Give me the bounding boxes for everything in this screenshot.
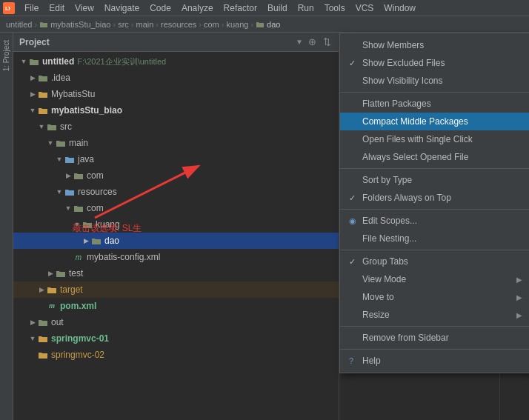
ctx-file-nesting[interactable]: File Nesting... — [340, 230, 529, 247]
ctx-resize[interactable]: Resize ▶ — [340, 306, 529, 324]
ctx-check-show-excluded: ✓ — [349, 59, 359, 68]
file-icon-mybatis-config: m — [73, 251, 84, 263]
menu-bar: IJ File Edit View Navigate Code Analyze … — [0, 0, 529, 16]
tree-arrow-mybatis-config — [64, 253, 73, 261]
tree-item-pom[interactable]: m pom.xml — [13, 298, 339, 314]
tree-item-java[interactable]: ▼ java — [13, 151, 339, 167]
project-tab[interactable]: 1: Project — [1, 36, 12, 76]
tree-item-out[interactable]: ▶ out — [13, 314, 339, 330]
ctx-remove-sidebar[interactable]: Remove from Sidebar — [340, 329, 529, 347]
menu-tools[interactable]: Tools — [319, 1, 350, 15]
ctx-compact-middle[interactable]: Compact Middle Packages — [340, 113, 529, 130]
tree-label-kuang: kuang — [96, 219, 120, 230]
ctx-check-folders-top: ✓ — [349, 193, 359, 203]
tree-item-mybatisstu-biao[interactable]: ▼ mybatisStu_biao — [13, 102, 339, 119]
tree-item-idea[interactable]: ▶ .idea — [13, 70, 339, 86]
ctx-sort-type[interactable]: Sort by Type — [340, 171, 529, 189]
folder-icon-mybatisstu — [37, 88, 49, 100]
ctx-sep-1 — [340, 92, 529, 93]
right-panel: Show Members ✓ Show Excluded Files Show … — [339, 33, 529, 420]
breadcrumb-untitled[interactable]: untitled — [6, 20, 32, 29]
menu-analyze[interactable]: Analyze — [176, 1, 219, 15]
tree-item-springmvc02[interactable]: springmvc-02 — [13, 347, 339, 363]
tree-item-main[interactable]: ▼ main — [13, 135, 339, 151]
ctx-help[interactable]: ? Help — [340, 352, 529, 370]
menu-view[interactable]: View — [70, 1, 99, 15]
menu-vcs[interactable]: VCS — [350, 1, 379, 15]
breadcrumb-sep-7: › — [250, 20, 253, 29]
ctx-always-select[interactable]: Always Select Opened File — [340, 148, 529, 166]
folder-icon-com-resources — [73, 202, 84, 214]
tree-item-untitled[interactable]: ▼ untitled F:\2021企业实训\untitled — [13, 53, 339, 70]
tree-item-com-resources[interactable]: ▼ com — [13, 200, 339, 216]
tree-item-test[interactable]: ▶ test — [13, 265, 339, 281]
breadcrumb-com[interactable]: com — [204, 20, 219, 29]
ctx-sep-2 — [340, 168, 529, 169]
tree-arrow-com-resources: ▼ — [64, 204, 73, 213]
ctx-arrow-resize: ▶ — [516, 311, 522, 319]
menu-code[interactable]: Code — [144, 1, 176, 15]
ctx-flatten-packages[interactable]: Flatten Packages — [340, 95, 529, 113]
tree-item-mybatis-config[interactable]: m mybatis-config.xml — [13, 249, 339, 265]
ctx-edit-scopes[interactable]: ◉ Edit Scopes... — [340, 212, 529, 230]
ctx-open-single-click[interactable]: Open Files with Single Click — [340, 130, 529, 148]
ctx-show-members[interactable]: Show Members — [340, 36, 529, 54]
breadcrumb-main[interactable]: main — [136, 20, 154, 29]
tree-item-springmvc01[interactable]: ▼ springmvc-01 — [13, 330, 339, 347]
tree-label-idea: .idea — [51, 73, 70, 83]
tree-item-target[interactable]: ▶ target — [13, 281, 339, 298]
breadcrumb-dao[interactable]: dao — [267, 20, 280, 29]
menu-window[interactable]: Window — [379, 1, 421, 15]
folder-icon-target — [46, 284, 58, 296]
breadcrumb-sep-6: › — [222, 20, 224, 29]
tree-label-untitled: untitled — [42, 56, 74, 67]
ctx-label-always-select: Always Select Opened File — [362, 152, 468, 162]
breadcrumb-kuang[interactable]: kuang — [226, 20, 248, 29]
menu-refactor[interactable]: Refactor — [219, 1, 262, 15]
ctx-label-show-visibility: Show Visibility Icons — [362, 76, 443, 86]
ctx-show-visibility[interactable]: Show Visibility Icons — [340, 72, 529, 90]
ctx-sep-3 — [340, 209, 529, 210]
breadcrumb-resources[interactable]: resources — [161, 20, 196, 29]
panel-gear-btn[interactable]: ⊕ — [306, 36, 318, 48]
panel-settings-btn[interactable]: ⇅ — [321, 36, 333, 48]
breadcrumb-src[interactable]: src — [118, 20, 129, 29]
ctx-label-compact: Compact Middle Packages — [362, 116, 468, 127]
tree-item-src[interactable]: ▼ src — [13, 119, 339, 135]
tree-item-com-java[interactable]: ▶ com — [13, 167, 339, 184]
menu-file[interactable]: File — [19, 1, 44, 15]
tree-path-untitled: F:\2021企业实训\untitled — [77, 56, 166, 67]
ctx-label-show-excluded: Show Excluded Files — [362, 58, 445, 68]
ctx-folders-top[interactable]: ✓ Folders Always on Top — [340, 189, 529, 207]
tree-item-dao[interactable]: ▶ dao — [13, 233, 339, 249]
menu-build[interactable]: Build — [262, 1, 293, 15]
ctx-move-to[interactable]: Move to ▶ — [340, 288, 529, 306]
folder-icon-test — [55, 267, 67, 279]
menu-navigate[interactable]: Navigate — [99, 1, 144, 15]
breadcrumb-mybatisstu-biao[interactable]: mybatisStu_biao — [50, 20, 110, 29]
tree-label-springmvc02: springmvc-02 — [51, 350, 104, 360]
ctx-arrow-move-to: ▶ — [516, 293, 522, 301]
ctx-label-show-members: Show Members — [362, 40, 424, 50]
file-icon-pom: m — [46, 300, 58, 312]
tree-label-com-java: com — [87, 170, 104, 181]
tree-item-resources[interactable]: ▼ resources — [13, 184, 339, 200]
tree-label-test: test — [69, 268, 83, 279]
ctx-view-mode[interactable]: View Mode ▶ — [340, 270, 529, 288]
tree-label-dao: dao — [104, 236, 119, 246]
tree-item-mybatisstu[interactable]: ▶ MybatisStu — [13, 86, 339, 102]
ctx-label-view-mode: View Mode — [362, 274, 406, 284]
panel-title: Project — [19, 37, 296, 47]
menu-edit[interactable]: Edit — [44, 1, 70, 15]
panel-actions: ⊕ ⇅ — [306, 36, 333, 48]
ctx-sep-5 — [340, 326, 529, 327]
breadcrumb-sep-1: › — [34, 20, 37, 29]
menu-run[interactable]: Run — [293, 1, 319, 15]
ctx-arrow-view-mode: ▶ — [516, 276, 522, 284]
tree-item-kuang[interactable]: ▼ kuang — [13, 216, 339, 233]
breadcrumb-dao-folder-icon — [256, 20, 264, 29]
panel-dropdown-icon[interactable]: ▼ — [296, 38, 303, 46]
ctx-label-file-nesting: File Nesting... — [362, 233, 416, 244]
ctx-show-excluded[interactable]: ✓ Show Excluded Files — [340, 54, 529, 72]
ctx-group-tabs[interactable]: ✓ Group Tabs — [340, 253, 529, 270]
